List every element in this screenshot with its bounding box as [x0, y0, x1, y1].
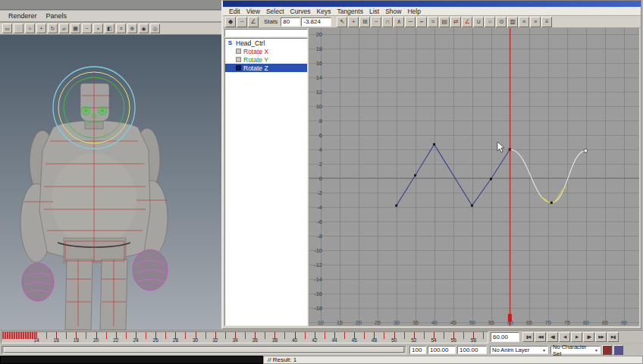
pre-infinity-cycle-icon[interactable]: «: [519, 17, 529, 27]
move-tool-icon[interactable]: +: [36, 24, 46, 33]
value-axis-label: 20: [309, 31, 322, 38]
break-tangents-icon[interactable]: ∠: [462, 17, 472, 27]
animation-preferences-button[interactable]: [613, 345, 623, 355]
outliner-search-input[interactable]: [224, 29, 308, 37]
step-back-key-button[interactable]: ◀◀: [535, 332, 546, 342]
move-nearest-picked-key-icon[interactable]: ↖: [337, 17, 347, 27]
menu-select[interactable]: Select: [263, 8, 287, 15]
lock-tangent-weight-icon[interactable]: ⊙: [496, 17, 507, 27]
insert-keys-icon[interactable]: +: [348, 17, 359, 27]
animation-curves[interactable]: [309, 28, 639, 326]
graph-editor-window: EditViewSelectCurvesKeysTangentsListShow…: [221, 0, 641, 329]
range-slider-bar[interactable]: [4, 347, 404, 353]
playback-end-field[interactable]: [428, 346, 456, 354]
linear-tangents-icon[interactable]: ∧: [394, 17, 404, 27]
play-forwards-button[interactable]: ▶: [571, 332, 582, 342]
menu-panels[interactable]: Panels: [42, 12, 71, 20]
selection-mask-tangents-icon[interactable]: ∠: [248, 17, 259, 27]
playback-controls: ▮◀◀◀◀▮◀▶▮▶▶▶▶▮: [522, 332, 619, 342]
graph-view[interactable]: 20181614121086420-2-4-6-8-10-12-14-16-18…: [309, 28, 639, 326]
stats-value-field[interactable]: [301, 17, 331, 27]
buffer-curve-snapshot-icon[interactable]: ▤: [439, 17, 450, 27]
construction-history-icon[interactable]: ⊕: [127, 24, 137, 33]
swap-buffer-curve-icon[interactable]: ⇄: [450, 17, 461, 27]
outliner-row-rotate-y[interactable]: Rotate Y: [225, 55, 307, 64]
select-tool-icon[interactable]: ▭: [2, 24, 12, 33]
menu-renderer[interactable]: Renderer: [5, 12, 41, 20]
input-history-icon[interactable]: ≡: [116, 24, 126, 33]
outliner-row-head-ctrl[interactable]: SHead_Ctrl: [225, 39, 307, 47]
stats-frame-field[interactable]: [281, 17, 300, 27]
ipr-render-icon[interactable]: ◎: [150, 24, 160, 33]
menu-help[interactable]: Help: [404, 8, 423, 15]
character-model[interactable]: [0, 35, 221, 330]
plateau-tangents-icon[interactable]: ≈: [428, 17, 438, 27]
graph-editor-toolbar: ◆~∠ Stats ↖+⊞~∩∧─⌐≈▤⇄∠∪○⊙▥«»≡: [223, 16, 641, 28]
frame-axis-label: 50: [466, 320, 478, 325]
time-slider[interactable]: 1416182022242628303234363840424446485052…: [1, 331, 488, 344]
time-slider-label: 42: [305, 337, 325, 343]
animation-end-field[interactable]: [457, 346, 487, 354]
snap-to-plane-icon[interactable]: ◧: [105, 24, 114, 33]
value-axis-label: 6: [309, 132, 322, 139]
time-slider-label: 22: [106, 337, 126, 343]
auto-load-graph-icon[interactable]: ▥: [507, 17, 518, 27]
menu-edit[interactable]: Edit: [226, 8, 243, 15]
frame-axis-label: 30: [391, 320, 403, 325]
graph-editor-titlebar[interactable]: [223, 1, 641, 7]
step-tangents-icon[interactable]: ⌐: [416, 17, 427, 27]
anim-layer-dropdown[interactable]: No Anim Layer ▼: [490, 346, 548, 354]
play-backwards-button[interactable]: ◀: [559, 332, 570, 342]
range-slider[interactable]: [2, 346, 406, 354]
flat-tangents-icon[interactable]: ─: [405, 17, 416, 27]
post-infinity-cycle-icon[interactable]: »: [530, 17, 541, 27]
frame-axis-label: 80: [580, 320, 592, 325]
command-line-input[interactable]: [0, 356, 263, 364]
chevron-down-icon: ▼: [542, 348, 546, 353]
frame-axis-label: 60: [504, 320, 516, 325]
spline-tangents-icon[interactable]: ~: [371, 17, 381, 27]
snap-to-grid-icon[interactable]: ▦: [71, 24, 80, 33]
unify-tangents-icon[interactable]: ∪: [473, 17, 484, 27]
snap-to-point-icon[interactable]: •: [93, 24, 103, 33]
menu-curves[interactable]: Curves: [287, 8, 314, 15]
render-current-frame-icon[interactable]: ◉: [139, 24, 149, 33]
lattice-deform-keys-icon[interactable]: ⊞: [359, 17, 370, 27]
clamped-tangents-icon[interactable]: ∩: [382, 17, 393, 27]
lasso-tool-icon[interactable]: ◌: [14, 24, 24, 33]
viewport-panel: RendererPanels ▭◌≈+↻▱▦~•◧≡⊕◉◎: [0, 0, 221, 330]
paint-select-tool-icon[interactable]: ≈: [25, 24, 35, 33]
menu-view[interactable]: View: [243, 8, 263, 15]
go-to-end-button[interactable]: ▶▮: [607, 332, 619, 342]
current-time-field[interactable]: [491, 332, 519, 342]
outliner-row-rotate-x[interactable]: Rotate X: [225, 47, 307, 55]
selection-mask-curves-icon[interactable]: ~: [237, 17, 247, 27]
step-forward-frame-button[interactable]: ▮▶: [583, 332, 594, 342]
auto-keyframe-button[interactable]: [602, 345, 612, 355]
viewport-menubar: RendererPanels: [0, 11, 221, 22]
free-tangent-weight-icon[interactable]: ○: [485, 17, 495, 27]
menu-list[interactable]: List: [366, 8, 382, 15]
step-back-frame-button[interactable]: ◀▮: [547, 332, 558, 342]
menu-keys[interactable]: Keys: [314, 8, 334, 15]
frame-axis-label: 75: [561, 320, 573, 325]
outliner-row-label: Head_Ctrl: [236, 39, 265, 47]
outliner-row-rotate-z[interactable]: Rotate Z: [225, 64, 307, 72]
playback-start-field[interactable]: [409, 346, 426, 354]
menu-show[interactable]: Show: [382, 8, 404, 15]
viewport-canvas[interactable]: [0, 35, 221, 330]
scale-tool-icon[interactable]: ▱: [59, 24, 69, 33]
step-forward-key-button[interactable]: ▶▶: [595, 332, 607, 342]
range-slider-row: No Anim Layer ▼ No Character Set ▼: [0, 344, 643, 356]
frame-axis-label: 55: [485, 320, 497, 325]
curve-smoothness-icon[interactable]: ≡: [541, 17, 552, 27]
value-axis-label: -6: [309, 218, 322, 225]
character-set-dropdown[interactable]: No Character Set ▼: [550, 346, 601, 354]
menu-tangents[interactable]: Tangents: [334, 8, 366, 15]
rotate-tool-icon[interactable]: ↻: [48, 24, 58, 33]
snap-to-curve-icon[interactable]: ~: [82, 24, 92, 33]
time-slider-label: 54: [424, 337, 444, 343]
character-set-value: No Character Set: [553, 344, 594, 357]
selection-mask-keys-icon[interactable]: ◆: [225, 17, 236, 27]
go-to-start-button[interactable]: ▮◀: [522, 332, 534, 342]
